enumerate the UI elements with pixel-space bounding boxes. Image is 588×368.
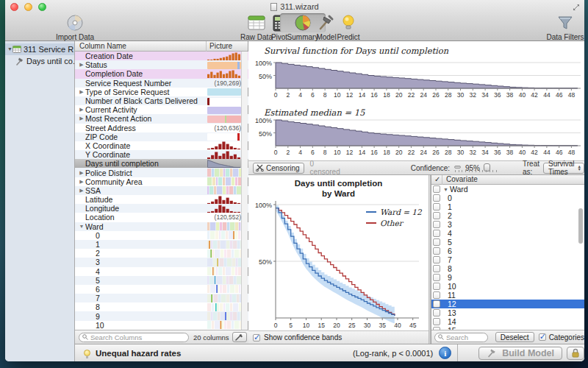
covariate-value-row[interactable]: 8 — [431, 264, 584, 273]
show-bands-checkbox[interactable] — [253, 334, 260, 342]
column-row[interactable]: ▶Most Recent Action — [75, 114, 248, 123]
covariate-group-row[interactable]: ▼Ward — [431, 185, 584, 194]
sidebar-item[interactable]: ▼311 Service R... — [5, 43, 74, 55]
column-row[interactable]: X Coordinate — [75, 141, 248, 150]
column-row[interactable]: Location(120,552) — [75, 213, 248, 222]
confidence-slider[interactable] — [454, 163, 461, 172]
covariate-value-row[interactable]: 12 — [431, 300, 584, 308]
toolbar-data-filters[interactable]: Data Filters — [546, 13, 584, 41]
column-row[interactable]: ▶Type of Service Request — [75, 88, 248, 96]
column-row[interactable]: ▶Community Area — [75, 177, 248, 186]
disclosure-icon[interactable]: ▼ — [78, 224, 85, 229]
row-checkbox[interactable] — [433, 300, 440, 308]
disclosure-icon[interactable]: ▼ — [7, 43, 12, 55]
column-row[interactable]: ▶Police District — [75, 168, 248, 177]
covariate-value-row[interactable]: 10 — [431, 282, 584, 291]
sidebar-item[interactable]: Days until co... — [5, 55, 74, 67]
column-row[interactable]: ▼Ward — [75, 222, 248, 231]
column-row[interactable]: ▶SSA — [75, 186, 248, 195]
row-checkbox[interactable] — [433, 194, 440, 202]
disclosure-icon[interactable]: ▶ — [78, 170, 85, 176]
column-name-header[interactable]: Column Name — [79, 42, 126, 50]
column-row[interactable]: 0 — [75, 231, 248, 240]
row-checkbox[interactable] — [433, 230, 440, 237]
disclosure-icon[interactable]: ▶ — [78, 89, 85, 95]
covariate-value-row[interactable]: 2 — [431, 211, 584, 220]
column-row[interactable]: ▶Current Activity — [75, 105, 248, 114]
column-row[interactable]: 1 — [75, 240, 248, 249]
covariate-value-row[interactable]: 7 — [431, 255, 584, 264]
toolbar-import-data[interactable]: Import Data — [52, 13, 98, 41]
covariate-header[interactable]: ✓ Covariate — [431, 175, 584, 185]
column-scrollbar[interactable] — [241, 52, 248, 330]
row-checkbox[interactable] — [433, 247, 440, 255]
disclosure-icon[interactable]: ▼ — [443, 187, 448, 192]
row-checkbox[interactable] — [433, 185, 440, 193]
disclosure-icon[interactable]: ▶ — [78, 116, 85, 121]
column-row[interactable]: 4 — [75, 267, 248, 276]
censoring-button[interactable]: Censoring — [253, 163, 304, 174]
covariate-value-row[interactable]: 9 — [431, 273, 584, 282]
deselect-button[interactable]: Deselect — [495, 332, 534, 342]
search-columns-input[interactable]: Search Columns — [79, 333, 189, 342]
info-button[interactable]: i — [439, 347, 451, 359]
column-list-header[interactable]: Column Name Picture — [75, 41, 248, 52]
column-row[interactable]: 7 — [75, 294, 248, 302]
covariate-value-row[interactable]: 13 — [431, 308, 584, 317]
column-row[interactable]: 3 — [75, 258, 248, 266]
disclosure-icon[interactable]: ▶ — [78, 62, 85, 68]
column-row[interactable]: Creation Date — [75, 52, 248, 60]
categories-checkbox[interactable] — [539, 333, 546, 341]
column-row[interactable]: 10 — [75, 321, 248, 330]
lock-button[interactable] — [567, 347, 584, 360]
treat-as-dropdown[interactable]: Survival Times ▲▼ — [543, 163, 584, 174]
disclosure-icon[interactable]: ▶ — [78, 179, 85, 185]
row-checkbox[interactable] — [433, 265, 440, 272]
column-row[interactable]: Days until completion — [75, 159, 248, 168]
row-checkbox[interactable] — [433, 203, 440, 210]
column-row[interactable]: 2 — [75, 249, 248, 258]
covariate-search-input[interactable]: Search — [434, 333, 488, 342]
column-row[interactable]: Completion Date — [75, 69, 248, 78]
row-checkbox[interactable] — [433, 256, 440, 263]
column-row[interactable]: Street Address(120,636) — [75, 124, 248, 132]
covariate-value-row[interactable]: 3 — [431, 220, 584, 229]
column-row[interactable]: Y Coordinate — [75, 150, 248, 159]
covariate-scrollbar[interactable] — [578, 208, 583, 244]
covariate-value-row[interactable]: 11 — [431, 291, 584, 300]
row-checkbox[interactable] — [433, 212, 440, 219]
row-checkbox[interactable] — [433, 238, 440, 246]
column-row[interactable]: ▶Status — [75, 60, 248, 69]
column-row[interactable]: 6 — [75, 285, 248, 294]
column-row[interactable]: ZIP Code — [75, 132, 248, 141]
check-column-header[interactable]: ✓ — [434, 175, 440, 183]
covariate-value-row[interactable]: 1 — [431, 202, 584, 211]
covariate-value-row[interactable]: 4 — [431, 229, 584, 238]
column-row[interactable]: Service Request Number(190,269) — [75, 79, 248, 88]
column-row[interactable]: Number of Black Carts Delivered — [75, 96, 248, 105]
column-row[interactable]: Latitude — [75, 195, 248, 204]
column-row[interactable]: 8 — [75, 302, 248, 311]
column-row[interactable]: 9 — [75, 311, 248, 320]
column-row[interactable]: Longitude — [75, 204, 248, 213]
covariate-column-header[interactable]: Covariate — [446, 175, 478, 183]
column-name-label: 3 — [96, 258, 206, 266]
disclosure-icon[interactable]: ▶ — [78, 188, 85, 194]
row-checkbox[interactable] — [433, 283, 440, 290]
build-model-button[interactable]: Build Model — [478, 347, 562, 360]
picture-header[interactable]: Picture — [209, 42, 232, 50]
toolbar-predict[interactable]: Predict — [326, 13, 371, 41]
covariate-value-row[interactable]: 0 — [431, 194, 584, 202]
row-checkbox[interactable] — [433, 274, 440, 281]
covariate-value-row[interactable]: 5 — [431, 238, 584, 247]
row-checkbox[interactable] — [433, 291, 440, 299]
column-tools-button[interactable] — [232, 332, 247, 342]
covariate-value-row[interactable]: 6 — [431, 247, 584, 255]
disclosure-icon[interactable]: ▶ — [78, 107, 85, 113]
row-checkbox[interactable] — [433, 309, 440, 316]
fullscreen-icon[interactable] — [573, 4, 580, 11]
column-row[interactable]: 5 — [75, 276, 248, 285]
row-checkbox[interactable] — [433, 221, 440, 228]
covariate-value-row[interactable]: 14 — [431, 317, 584, 326]
row-checkbox[interactable] — [433, 318, 440, 325]
